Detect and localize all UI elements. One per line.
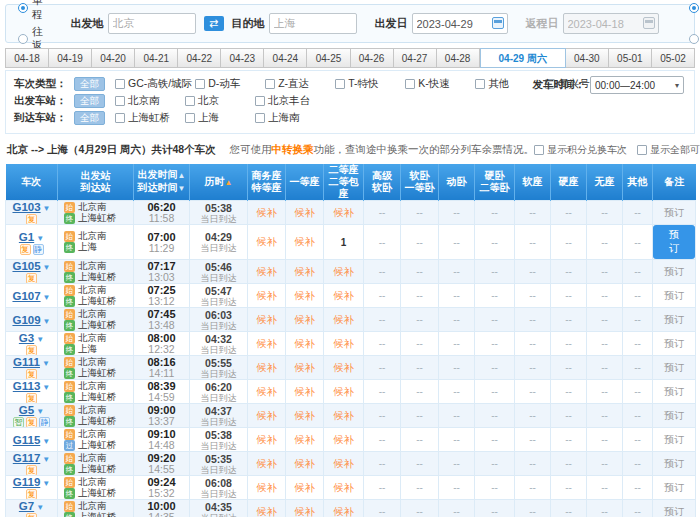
waitlist-link[interactable]: 候补: [257, 434, 277, 445]
filter-option-checkbox[interactable]: 北京丰台: [255, 94, 322, 108]
swap-stations-icon[interactable]: ⇄: [204, 16, 224, 31]
date-tab[interactable]: 04-19: [49, 48, 92, 68]
chevron-down-icon[interactable]: ▼: [42, 383, 50, 392]
train-number-link[interactable]: G103: [12, 201, 40, 213]
date-tab[interactable]: 05-01: [609, 48, 652, 68]
column-header[interactable]: 硬卧二等卧: [475, 164, 515, 201]
calendar-icon[interactable]: [492, 17, 504, 29]
radio-normal[interactable]: 普通: [689, 0, 700, 22]
radio-one-way[interactable]: 单程: [18, 0, 43, 22]
column-header[interactable]: 历时▲: [190, 164, 248, 201]
waitlist-link[interactable]: 候补: [295, 362, 315, 373]
chevron-down-icon[interactable]: ▼: [43, 293, 51, 302]
waitlist-link[interactable]: 候补: [334, 434, 354, 445]
column-header[interactable]: 商务座特等座: [248, 164, 286, 201]
chevron-down-icon[interactable]: ▼: [36, 503, 44, 512]
sort-arrow-icon[interactable]: ▼: [178, 184, 186, 193]
column-header[interactable]: 动卧: [439, 164, 475, 201]
chevron-down-icon[interactable]: ▼: [42, 479, 50, 488]
train-number-link[interactable]: G111: [13, 356, 40, 368]
depart-time-select[interactable]: 00:00—24:00 ▾: [590, 76, 684, 94]
train-number-link[interactable]: G107: [12, 290, 40, 302]
train-number-link[interactable]: G5: [19, 404, 34, 416]
waitlist-link[interactable]: 候补: [257, 314, 277, 325]
train-number-link[interactable]: G109: [12, 314, 40, 326]
filter-option-checkbox[interactable]: 上海: [185, 111, 252, 125]
date-tab[interactable]: 04-23: [221, 48, 264, 68]
waitlist-link[interactable]: 候补: [295, 266, 315, 277]
date-tab-selected[interactable]: 04-29 周六: [480, 48, 566, 68]
column-header[interactable]: 出发站到达站: [58, 164, 134, 201]
train-number-link[interactable]: G119: [13, 476, 41, 488]
filter-option-checkbox[interactable]: 上海南: [255, 111, 322, 125]
waitlist-link[interactable]: 候补: [295, 207, 315, 218]
waitlist-link[interactable]: 候补: [257, 458, 277, 469]
waitlist-link[interactable]: 候补: [334, 207, 354, 218]
filter-option-checkbox[interactable]: GC-高铁/城际: [115, 77, 192, 91]
filter-option-checkbox[interactable]: Z-直达: [265, 77, 332, 91]
waitlist-link[interactable]: 候补: [295, 290, 315, 301]
waitlist-link[interactable]: 候补: [334, 386, 354, 397]
waitlist-link[interactable]: 候补: [295, 458, 315, 469]
waitlist-link[interactable]: 候补: [334, 506, 354, 517]
date-tab[interactable]: 04-24: [264, 48, 307, 68]
filter-option-checkbox[interactable]: 北京: [185, 94, 252, 108]
filter-option-checkbox[interactable]: D-动车: [195, 77, 262, 91]
sort-arrow-icon[interactable]: ▲: [225, 178, 233, 187]
chevron-down-icon[interactable]: ▼: [36, 407, 44, 416]
date-tab[interactable]: 04-20: [92, 48, 135, 68]
waitlist-link[interactable]: 候补: [257, 207, 277, 218]
date-tab[interactable]: 04-21: [135, 48, 178, 68]
train-number-link[interactable]: G113: [13, 380, 41, 392]
column-header[interactable]: 出发时间▲到达时间▼: [134, 164, 190, 201]
sort-arrow-icon[interactable]: ▲: [178, 171, 186, 180]
date-tab[interactable]: 04-25: [307, 48, 350, 68]
chevron-down-icon[interactable]: ▼: [43, 317, 51, 326]
column-header[interactable]: 软卧一等卧: [401, 164, 439, 201]
column-header[interactable]: 其他: [623, 164, 653, 201]
chevron-down-icon[interactable]: ▼: [36, 234, 44, 243]
date-tab[interactable]: 04-18: [5, 48, 49, 68]
train-number-link[interactable]: G7: [19, 500, 34, 512]
filter-option-checkbox[interactable]: T-特快: [335, 77, 402, 91]
column-header[interactable]: 车次: [6, 164, 58, 201]
waitlist-link[interactable]: 候补: [334, 314, 354, 325]
waitlist-link[interactable]: 候补: [334, 458, 354, 469]
date-tab[interactable]: 04-22: [178, 48, 221, 68]
column-header[interactable]: 软座: [515, 164, 551, 201]
waitlist-link[interactable]: 候补: [257, 338, 277, 349]
show-points-checkbox[interactable]: 显示积分兑换车次: [534, 143, 627, 157]
transfer-link[interactable]: 中转换乘: [272, 143, 314, 155]
column-header[interactable]: 硬座: [551, 164, 587, 201]
waitlist-link[interactable]: 候补: [295, 410, 315, 421]
waitlist-link[interactable]: 候补: [257, 506, 277, 517]
filter-all-button[interactable]: 全部: [74, 77, 105, 91]
train-number-link[interactable]: G115: [13, 434, 41, 446]
waitlist-link[interactable]: 候补: [257, 386, 277, 397]
column-header[interactable]: 高级软卧: [364, 164, 401, 201]
chevron-down-icon[interactable]: ▼: [43, 263, 51, 272]
waitlist-link[interactable]: 候补: [334, 362, 354, 373]
waitlist-link[interactable]: 候补: [295, 482, 315, 493]
date-tab[interactable]: 04-30: [566, 48, 609, 68]
train-number-link[interactable]: G117: [13, 452, 41, 464]
waitlist-link[interactable]: 候补: [334, 410, 354, 421]
filter-all-button[interactable]: 全部: [74, 111, 105, 125]
chevron-down-icon[interactable]: ▼: [42, 359, 50, 368]
column-header[interactable]: 无座: [587, 164, 623, 201]
waitlist-link[interactable]: 候补: [257, 236, 277, 247]
waitlist-link[interactable]: 候补: [334, 338, 354, 349]
filter-option-checkbox[interactable]: 北京南: [115, 94, 182, 108]
chevron-down-icon[interactable]: ▼: [36, 335, 44, 344]
column-header[interactable]: 备注: [653, 164, 696, 201]
train-number-link[interactable]: G3: [19, 332, 34, 344]
date-tab[interactable]: 04-27: [394, 48, 437, 68]
train-number-link[interactable]: G105: [12, 260, 40, 272]
date-tab[interactable]: 04-28: [437, 48, 480, 68]
filter-option-checkbox[interactable]: K-快速: [405, 77, 472, 91]
waitlist-link[interactable]: 候补: [257, 362, 277, 373]
waitlist-link[interactable]: 候补: [295, 386, 315, 397]
show-bookable-checkbox[interactable]: 显示全部可预订车次: [637, 143, 700, 157]
waitlist-link[interactable]: 候补: [257, 410, 277, 421]
to-station-input[interactable]: [269, 13, 357, 34]
